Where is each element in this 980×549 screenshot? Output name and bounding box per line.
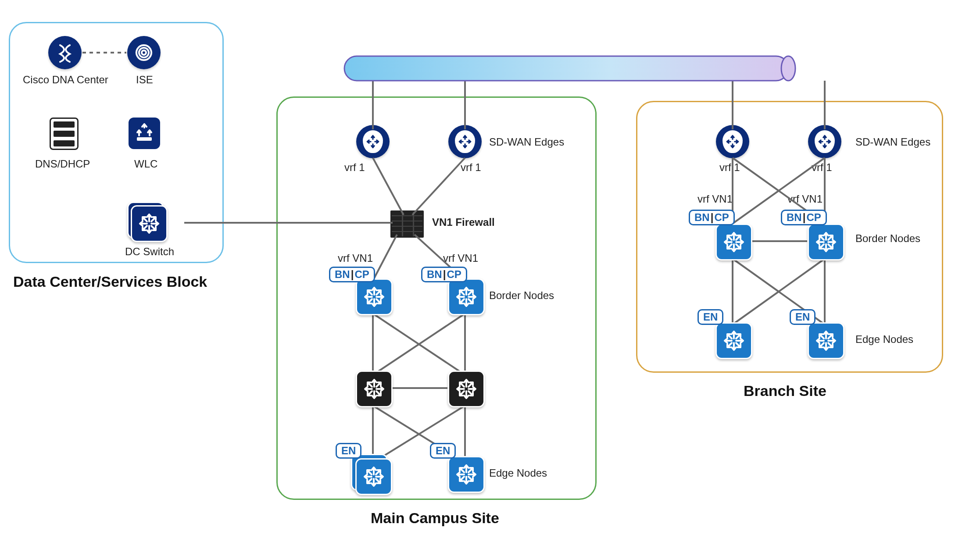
- main-border-node-right: [448, 278, 485, 315]
- main-border-node-left: [356, 278, 393, 315]
- wlc-label: WLC: [134, 158, 157, 170]
- cisco-dna-icon: [48, 36, 82, 69]
- branch-en-tag-right: EN: [790, 309, 815, 325]
- main-en-tag-right: EN: [430, 443, 456, 459]
- branch-edge-label: Edge Nodes: [855, 333, 913, 346]
- main-bn-tag-left: BN|CP: [329, 267, 375, 282]
- svg-point-1: [781, 56, 795, 81]
- vpn-label: VPN 1: [570, 59, 616, 78]
- branch-border-node-left: [715, 224, 752, 260]
- vn1-firewall-icon: [390, 210, 424, 238]
- branch-sdwan-edge-left: [716, 125, 749, 158]
- main-sdwan-label: SD-WAN Edges: [489, 136, 564, 148]
- branch-border-node-right: [808, 224, 844, 260]
- main-distrib-right: [448, 371, 485, 407]
- branch-vrfvn1-a: vrf VN1: [697, 193, 733, 205]
- main-vrfvn1-b: vrf VN1: [443, 252, 478, 264]
- svg-rect-0: [344, 56, 788, 81]
- dns-dhcp-label: DNS/DHCP: [35, 158, 90, 170]
- branch-border-label: Border Nodes: [855, 232, 920, 245]
- ise-label: ISE: [136, 74, 153, 86]
- dc-switch-icon: [127, 202, 165, 239]
- main-edge-node-right: [448, 456, 485, 493]
- data-center-title: Data Center/Services Block: [13, 273, 207, 290]
- main-vrf1-b: vrf 1: [461, 161, 481, 174]
- data-center-block: [9, 22, 224, 263]
- vn1-firewall-label: VN1 Firewall: [432, 216, 495, 228]
- dc-switch-label: DC Switch: [125, 246, 174, 258]
- svg-rect-30: [137, 137, 152, 141]
- main-distrib-left: [356, 371, 393, 407]
- main-border-label: Border Nodes: [489, 289, 554, 302]
- branch-en-tag-left: EN: [697, 309, 723, 325]
- branch-vrf1-b: vrf 1: [812, 161, 832, 174]
- main-vrf1-a: vrf 1: [344, 161, 365, 174]
- ise-icon: [127, 36, 161, 69]
- branch-edge-node-left: [715, 322, 752, 359]
- main-vrfvn1-a: vrf VN1: [338, 252, 373, 264]
- main-bn-tag-right: BN|CP: [421, 267, 467, 282]
- main-sdwan-edge-right: [448, 125, 482, 158]
- wlc-icon: [129, 118, 160, 149]
- dns-dhcp-icon: [50, 118, 79, 150]
- branch-bn-tag-right: BN|CP: [781, 210, 827, 225]
- main-sdwan-edge-left: [356, 125, 390, 158]
- branch-vrfvn1-b: vrf VN1: [787, 193, 823, 205]
- main-edge-node-left: [351, 454, 390, 493]
- branch-edge-node-right: [808, 322, 844, 359]
- branch-sdwan-edge-right: [808, 125, 841, 158]
- main-en-tag-left: EN: [336, 443, 361, 459]
- main-campus-title: Main Campus Site: [371, 510, 499, 527]
- main-edge-label: Edge Nodes: [489, 467, 547, 479]
- branch-bn-tag-left: BN|CP: [689, 210, 735, 225]
- branch-vrf1-a: vrf 1: [719, 161, 740, 174]
- cisco-dna-label: Cisco DNA Center: [23, 74, 108, 86]
- branch-site-title: Branch Site: [744, 382, 826, 399]
- branch-sdwan-label: SD-WAN Edges: [855, 136, 930, 148]
